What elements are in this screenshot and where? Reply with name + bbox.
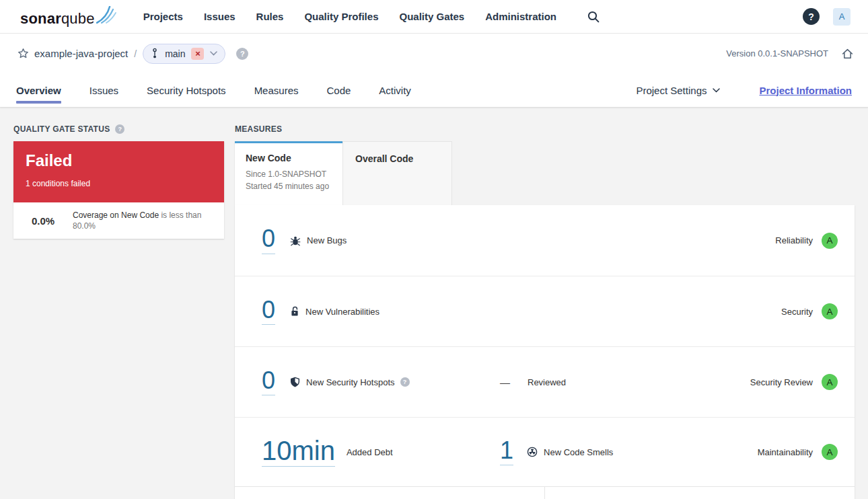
nav-projects[interactable]: Projects: [143, 11, 183, 22]
sonarqube-logo[interactable]: sonarqube: [20, 6, 116, 28]
added-debt-value-link[interactable]: 10min: [262, 437, 335, 467]
logo-text-light: qube: [61, 10, 95, 28]
new-code-tab-label: New Code: [246, 153, 332, 163]
project-tabbar: Overview Issues Security Hotspots Measur…: [0, 73, 868, 107]
new-security-hotspots-label: New Security Hotspots: [306, 377, 395, 387]
quality-gate-status: Failed: [26, 151, 212, 170]
hotspots-help-icon[interactable]: ?: [400, 377, 410, 387]
hotspots-reviewed-label: Reviewed: [528, 377, 566, 387]
new-bugs-count-link[interactable]: 0: [262, 227, 275, 254]
branch-name: main: [165, 48, 185, 59]
new-code-smells-count-link[interactable]: 1: [500, 438, 513, 466]
nav-quality-gates[interactable]: Quality Gates: [399, 11, 464, 22]
search-icon[interactable]: [587, 11, 600, 23]
security-rating-badge: A: [822, 303, 838, 319]
measure-row-maintainability: 10min Added Debt 1 New Code Smells Maint…: [235, 417, 855, 486]
nav-rules[interactable]: Rules: [256, 11, 284, 22]
tab-issues[interactable]: Issues: [89, 73, 118, 107]
maintainability-rating-badge: A: [822, 444, 838, 460]
measure-row-next-clipped: [235, 486, 855, 499]
hotspots-reviewed-value: —: [500, 377, 510, 388]
measure-row-bugs: 0 New Bugs Reliability A: [235, 205, 855, 276]
project-name[interactable]: example-java-project: [34, 48, 128, 59]
security-review-label: Security Review: [750, 377, 813, 387]
code-smell-icon: [527, 447, 538, 457]
home-icon[interactable]: [842, 48, 853, 59]
tabbar-right: Project Settings Project Information: [636, 73, 852, 107]
project-settings-dropdown[interactable]: Project Settings: [636, 85, 720, 96]
bug-icon: [290, 235, 301, 246]
overall-code-tab-label: Overall Code: [355, 153, 439, 164]
measures-tab-overall-code[interactable]: Overall Code: [342, 141, 452, 205]
measures-card: 0 New Bugs Reliability A 0: [235, 205, 855, 499]
quality-gate-section-title: QUALITY GATE STATUS ?: [13, 124, 124, 134]
quality-gate-conditions-summary: 1 conditions failed: [26, 179, 212, 188]
tab-overview[interactable]: Overview: [16, 73, 61, 107]
logo-swoosh-icon: [96, 6, 116, 24]
security-label: Security: [781, 307, 813, 317]
tab-code[interactable]: Code: [326, 73, 351, 107]
coverage-cell: [235, 487, 545, 499]
global-navbar: sonarqube Projects Issues Rules Quality …: [0, 0, 868, 34]
duplications-cell: [545, 487, 855, 499]
nav-issues[interactable]: Issues: [204, 11, 236, 22]
shield-icon: [290, 377, 300, 387]
project-version: Version 0.0.1-SNAPSHOT: [726, 48, 828, 59]
project-settings-label: Project Settings: [636, 85, 707, 96]
chevron-down-icon: [210, 51, 217, 56]
sonarqube-app: sonarqube Projects Issues Rules Quality …: [0, 0, 868, 499]
security-review-rating-badge: A: [822, 374, 838, 390]
new-security-hotspots-count-link[interactable]: 0: [262, 369, 275, 396]
quality-gate-status-card: Failed 1 conditions failed: [13, 141, 224, 202]
new-vulnerabilities-count-link[interactable]: 0: [262, 298, 275, 325]
main-navigation: Projects Issues Rules Quality Profiles Q…: [143, 11, 556, 22]
condition-metric: Coverage on New Code: [73, 210, 159, 220]
tab-activity[interactable]: Activity: [379, 73, 411, 107]
new-bugs-label: New Bugs: [307, 235, 347, 245]
branch-selector[interactable]: main ×: [143, 44, 225, 64]
help-icon[interactable]: ?: [803, 8, 820, 25]
branch-icon: [151, 48, 159, 59]
maintainability-label: Maintainability: [758, 447, 813, 457]
navbar-right: ? A: [803, 8, 851, 26]
branch-help-icon[interactable]: ?: [236, 48, 248, 60]
chevron-down-icon: [713, 88, 720, 93]
added-debt-label: Added Debt: [347, 447, 393, 457]
lock-open-icon: [290, 306, 299, 317]
avatar[interactable]: A: [833, 8, 851, 26]
measures-section-title: MEASURES: [235, 124, 282, 134]
reliability-rating-badge: A: [822, 233, 838, 249]
quality-gate-help-icon[interactable]: ?: [115, 124, 124, 134]
branch-clear-icon[interactable]: ×: [191, 48, 204, 60]
condition-value: 0.0%: [13, 215, 73, 227]
new-code-started: Started 45 minutes ago: [246, 182, 332, 191]
nav-administration[interactable]: Administration: [485, 11, 556, 22]
nav-quality-profiles[interactable]: Quality Profiles: [304, 11, 378, 22]
favorite-star-icon[interactable]: [17, 48, 29, 59]
logo-text-bold: sonar: [20, 10, 61, 28]
breadcrumb: example-java-project / main × ? Version …: [0, 34, 868, 73]
new-code-smells-label: New Code Smells: [544, 447, 613, 457]
measure-row-vulnerabilities: 0 New Vulnerabilities Security A: [235, 276, 855, 346]
condition-description: Coverage on New Code is less than 80.0%: [73, 210, 224, 231]
breadcrumb-right: Version 0.0.1-SNAPSHOT: [726, 48, 853, 59]
measures-tab-new-code[interactable]: New Code Since 1.0-SNAPSHOT Started 45 m…: [235, 141, 342, 205]
measures-title-text: MEASURES: [235, 124, 282, 134]
new-code-since: Since 1.0-SNAPSHOT: [246, 169, 332, 179]
header: sonarqube Projects Issues Rules Quality …: [0, 0, 868, 108]
tab-measures[interactable]: Measures: [254, 73, 299, 107]
project-information-link[interactable]: Project Information: [759, 85, 852, 96]
reliability-label: Reliability: [775, 235, 813, 245]
tab-security-hotspots[interactable]: Security Hotspots: [147, 73, 226, 107]
measure-row-security-hotspots: 0 New Security Hotspots ? — Reviewed Sec…: [235, 346, 855, 417]
breadcrumb-separator: /: [134, 48, 137, 59]
failed-condition-row[interactable]: 0.0% Coverage on New Code is less than 8…: [13, 202, 224, 239]
quality-gate-title-text: QUALITY GATE STATUS: [13, 124, 110, 134]
new-vulnerabilities-label: New Vulnerabilities: [305, 307, 379, 317]
